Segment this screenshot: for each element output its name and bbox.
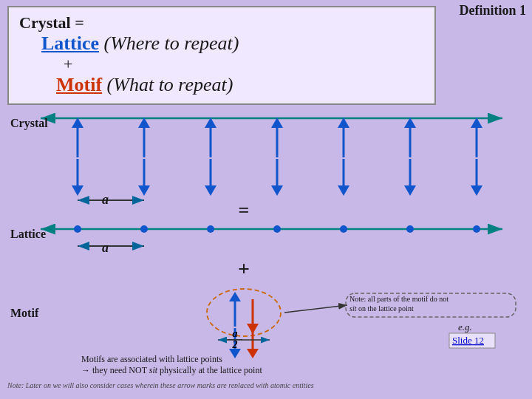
- formula-line1: Crystal =: [19, 13, 424, 33]
- lattice-row-label: Lattice: [10, 228, 46, 241]
- svg-point-37: [74, 225, 81, 233]
- svg-marker-17: [205, 185, 216, 196]
- motif-word: Motif: [56, 74, 102, 95]
- svg-point-42: [406, 225, 414, 233]
- motif-a2-label: a 2: [228, 329, 242, 350]
- lattice-a-label: a: [102, 240, 109, 256]
- svg-marker-21: [271, 185, 283, 196]
- svg-text:+: +: [238, 257, 250, 280]
- svg-point-43: [473, 225, 480, 233]
- definition-label: Definition 1: [459, 3, 526, 18]
- svg-marker-9: [72, 185, 83, 196]
- crystal-a-label: a: [102, 192, 109, 208]
- svg-point-38: [140, 225, 148, 233]
- svg-point-40: [273, 225, 281, 233]
- svg-text:→ they need NOT sit physically: → they need NOT sit physically at the la…: [81, 365, 262, 375]
- svg-text:Slide 12: Slide 12: [452, 335, 484, 346]
- svg-text:Note: Later on we will also co: Note: Later on we will also consider cas…: [7, 381, 314, 388]
- svg-marker-25: [338, 185, 349, 196]
- svg-text:Note: all parts of the motif d: Note: all parts of the motif do not: [349, 295, 449, 303]
- svg-marker-48: [229, 292, 241, 301]
- formula-box: Crystal = Lattice (Where to repeat) + Mo…: [7, 6, 436, 105]
- lattice-word: Lattice: [41, 33, 99, 54]
- crystal-equals-text: Crystal =: [19, 13, 84, 32]
- motif-italic: (What to repeat): [107, 74, 233, 95]
- svg-line-56: [284, 305, 347, 313]
- lattice-italic: (Where to repeat): [103, 33, 239, 54]
- svg-marker-29: [404, 185, 416, 196]
- svg-point-39: [207, 225, 214, 233]
- formula-line2: Lattice (Where to repeat): [41, 33, 424, 55]
- svg-point-41: [340, 225, 347, 233]
- formula-plus: +: [64, 55, 424, 74]
- crystal-row-label: Crystal: [10, 117, 48, 130]
- svg-marker-13: [138, 185, 150, 196]
- motif-row-label: Motif: [10, 307, 38, 320]
- diagram-svg: = + Note: all parts of the motif do not …: [0, 107, 532, 388]
- svg-text:=: =: [239, 200, 250, 221]
- svg-marker-33: [471, 185, 482, 196]
- svg-marker-54: [247, 349, 259, 358]
- svg-point-46: [207, 289, 281, 336]
- svg-text:sit on the lattice point: sit on the lattice point: [349, 304, 414, 313]
- svg-text:Motifs are associated with lat: Motifs are associated with lattice point…: [81, 354, 222, 364]
- formula-line3: Motif (What to repeat): [56, 74, 424, 96]
- svg-text:e.g.: e.g.: [458, 321, 472, 332]
